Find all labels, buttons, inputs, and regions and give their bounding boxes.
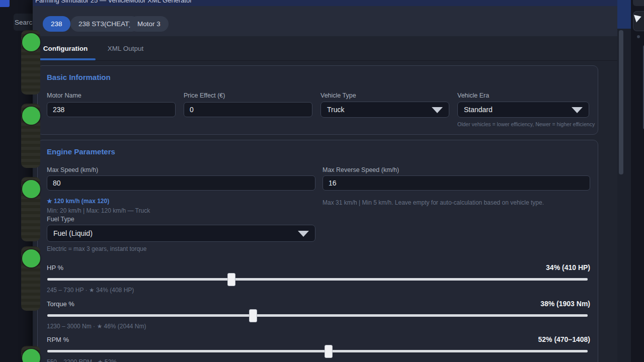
price-effect-label: Price Effect (€) [184,92,225,99]
torque-percent-slider[interactable] [47,314,588,317]
price-effect-field[interactable] [184,102,312,117]
torque-percent-label: Torque % [47,300,74,308]
tab-configuration-label: Configuration [43,45,88,52]
max-reverse-speed-field[interactable] [323,175,590,191]
hp-percent-helper: 245 – 730 HP · ★ 34% (408 HP) [47,287,134,294]
tab-xml-output[interactable]: XML Output [97,36,154,60]
tab-xml-output-label: XML Output [108,45,144,52]
fuel-type-helper: Electric = max 3 gears, instant torque [47,245,146,252]
engine-parameters-heading: Engine Parameters [47,147,115,156]
max-speed-field[interactable] [47,175,315,191]
backdrop-search-label: Search [15,19,33,26]
edge-dot-icon [637,35,640,38]
torque-percent-slider-handle[interactable] [249,309,257,322]
page-scrollbar-top-segment [617,0,631,29]
motor-tab-bar: 238 238 ST3(CHEAT) Motor 3 [33,6,617,36]
basic-information-heading: Basic Information [47,73,111,81]
motor-name-label: Motor Name [47,92,82,99]
motor-name-field[interactable] [47,102,176,117]
vehicle-type-select[interactable]: Truck [320,102,449,118]
torque-percent-helper: 1230 – 3000 Nm · ★ 46% (2044 Nm) [47,323,146,330]
page-scrollbar-thumb[interactable] [619,30,623,174]
max-reverse-speed-helper: Max 31 km/h | Min 5 km/h. Leave empty fo… [323,199,544,206]
hp-percent-slider-handle[interactable] [227,273,235,286]
fuel-type-value: Fuel (Liquid) [53,229,93,237]
basic-information-card: Basic Information Motor Name Price Effec… [37,65,598,135]
chevron-down-icon [298,231,309,237]
hp-percent-value: 34% (410 HP) [546,263,590,272]
status-dot-icon [22,180,40,198]
screen: Search Farming Simulator 25 — VehicleMot… [0,0,644,362]
edge-button-fragment [633,0,644,6]
rpm-percent-value: 52% (470–1408) [538,335,590,343]
vehicle-motor-dialog: Farming Simulator 25 — VehicleMotor XML … [33,0,617,362]
max-speed-recommended: ★ 120 km/h (max 120) [47,198,109,205]
vehicle-era-label: Vehicle Era [457,92,489,99]
tab-configuration[interactable]: Configuration [35,36,96,60]
chevron-down-icon [432,107,443,113]
status-dot-icon [22,107,40,125]
hp-percent-label: HP % [47,264,63,272]
rpm-percent-label: RPM % [47,336,69,343]
torque-percent-value: 38% (1903 Nm) [540,300,590,308]
active-tab-underline [35,58,96,60]
max-speed-range-note: Min: 20 km/h | Max: 120 km/h — Truck [47,207,150,214]
vehicle-type-value: Truck [327,106,344,114]
dialog-titlebar: Farming Simulator 25 — VehicleMotor XML … [33,0,617,6]
rpm-percent-helper: 550 – 2200 RPM · ★ 52% [47,358,117,362]
max-speed-label: Max Speed (km/h) [47,166,98,173]
rpm-percent-slider-handle[interactable] [325,345,333,358]
vehicle-type-label: Vehicle Type [320,92,356,99]
status-dot-icon [22,249,40,267]
motor-tab-motor-3[interactable]: Motor 3 [129,16,169,32]
dialog-title: Farming Simulator 25 — VehicleMotor XML … [35,0,192,4]
chevron-down-icon [572,107,583,113]
rpm-percent-slider[interactable] [47,350,588,352]
motor-tab-238[interactable]: 238 [43,16,70,32]
fuel-type-select[interactable]: Fuel (Liquid) [47,225,315,242]
vehicle-era-value: Standard [464,106,493,114]
vehicle-era-helper: Older vehicles = lower efficiency, Newer… [457,121,595,127]
status-dot-icon [22,33,40,51]
vehicle-era-select[interactable]: Standard [457,102,589,118]
hp-percent-slider[interactable] [47,278,588,281]
backdrop-nav-fragment [0,0,10,7]
max-reverse-speed-label: Max Reverse Speed (km/h) [323,166,399,173]
view-tab-bar: Configuration XML Output [34,36,617,61]
fuel-type-label: Fuel Type [47,216,74,223]
engine-parameters-card: Engine Parameters Max Speed (km/h) Max R… [37,140,598,362]
